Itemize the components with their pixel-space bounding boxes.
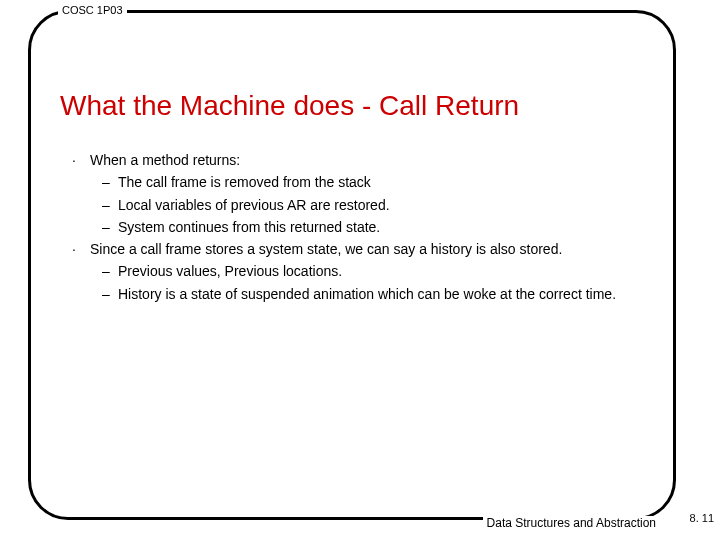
- page-number: 8. 11: [690, 512, 714, 524]
- list-item: · Since a call frame stores a system sta…: [72, 239, 662, 259]
- course-code: COSC 1P03: [58, 4, 127, 16]
- sub-text: Local variables of previous AR are resto…: [118, 195, 662, 215]
- dash-marker: –: [102, 172, 118, 192]
- dash-marker: –: [102, 261, 118, 281]
- bullet-marker: ·: [72, 239, 90, 259]
- list-item: – History is a state of suspended animat…: [102, 284, 662, 304]
- dash-marker: –: [102, 284, 118, 304]
- slide-title: What the Machine does - Call Return: [56, 90, 523, 122]
- dash-marker: –: [102, 195, 118, 215]
- bullet-text: Since a call frame stores a system state…: [90, 239, 662, 259]
- list-item: – System continues from this returned st…: [102, 217, 662, 237]
- slide-content: · When a method returns: – The call fram…: [72, 150, 662, 306]
- list-item: – Local variables of previous AR are res…: [102, 195, 662, 215]
- sub-text: System continues from this returned stat…: [118, 217, 662, 237]
- bullet-text: When a method returns:: [90, 150, 662, 170]
- sub-text: Previous values, Previous locations.: [118, 261, 662, 281]
- sub-text: History is a state of suspended animatio…: [118, 284, 662, 304]
- footer-text: Data Structures and Abstraction: [483, 516, 660, 530]
- bullet-marker: ·: [72, 150, 90, 170]
- sub-text: The call frame is removed from the stack: [118, 172, 662, 192]
- dash-marker: –: [102, 217, 118, 237]
- list-item: · When a method returns:: [72, 150, 662, 170]
- list-item: – Previous values, Previous locations.: [102, 261, 662, 281]
- list-item: – The call frame is removed from the sta…: [102, 172, 662, 192]
